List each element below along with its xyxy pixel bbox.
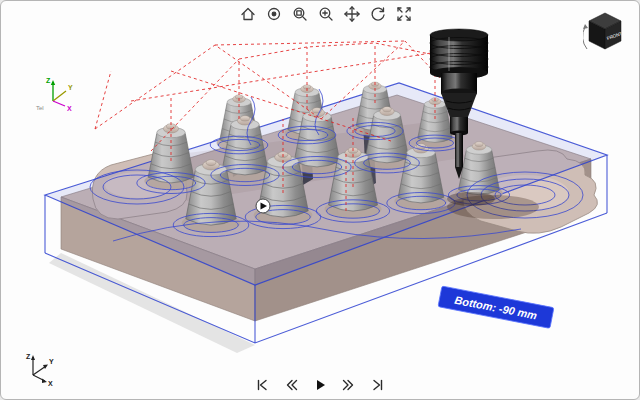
step-back-icon [283,377,299,393]
zoom-button[interactable] [315,4,337,26]
position-marker [256,199,270,213]
skip-to-end-icon [370,377,386,393]
home-icon [239,5,257,23]
zoom-icon [317,5,335,23]
zoom-window-icon [291,5,309,23]
wcs-x-label: X [67,105,72,112]
wcs-triad: Z Y X Tel [35,73,81,121]
viewport-3d[interactable]: Bottom: -90 mm [1,1,640,400]
cam-simulation-window: Bottom: -90 mm [0,0,640,400]
skip-to-end-button[interactable] [368,376,388,396]
skip-to-start-icon [254,377,270,393]
orbit-icon [265,5,283,23]
fit-view-icon [395,5,413,23]
orbit-button[interactable] [263,4,285,26]
fit-view-button[interactable] [393,4,415,26]
pan-icon [343,5,361,23]
rotate-button[interactable] [367,4,389,26]
wcs-y-label: Y [68,84,73,91]
orbit-arrow-icon [583,27,587,49]
step-back-button[interactable] [281,376,301,396]
bottom-plane-banner: Bottom: -90 mm [438,286,554,328]
skip-to-start-button[interactable] [252,376,272,396]
step-forward-button[interactable] [339,376,359,396]
view-y-label: Y [49,358,54,365]
graphics-toolbar [237,4,415,26]
home-button[interactable] [237,4,259,26]
play-icon [312,377,328,393]
pan-button[interactable] [341,4,363,26]
wcs-name-label: Tel [36,105,44,111]
view-x-label: X [48,380,53,387]
view-cube[interactable]: FRONT [583,9,627,61]
view-z-label: Z [26,353,31,360]
wcs-z-label: Z [46,77,51,84]
rotate-icon [369,5,387,23]
play-button[interactable] [310,376,330,396]
zoom-window-button[interactable] [289,4,311,26]
step-forward-icon [341,377,357,393]
cube-icon: FRONT [589,13,623,49]
playback-controls [252,376,388,396]
view-orientation-triad: Z Y X [21,349,59,391]
